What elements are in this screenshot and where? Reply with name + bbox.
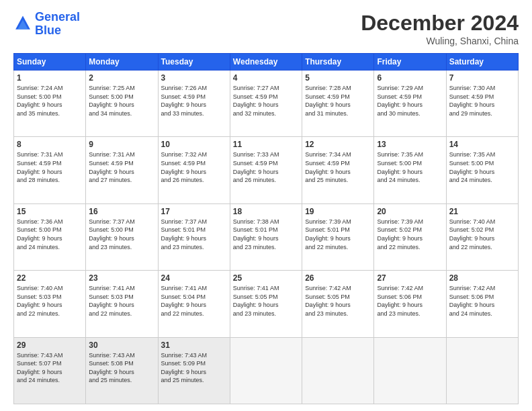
day-info: Sunrise: 7:39 AM Sunset: 5:01 PM Dayligh… — [305, 218, 371, 251]
calendar-cell: 1Sunrise: 7:24 AM Sunset: 5:00 PM Daylig… — [14, 71, 86, 137]
day-info: Sunrise: 7:24 AM Sunset: 5:00 PM Dayligh… — [17, 84, 83, 118]
logo-general: General — [35, 10, 80, 24]
day-number: 22 — [17, 273, 83, 283]
day-info: Sunrise: 7:27 AM Sunset: 4:59 PM Dayligh… — [233, 84, 299, 118]
weekday-header-row: SundayMondayTuesdayWednesdayThursdayFrid… — [14, 54, 519, 71]
week-row-4: 22Sunrise: 7:40 AM Sunset: 5:03 PM Dayli… — [14, 271, 519, 337]
calendar-cell: 18Sunrise: 7:38 AM Sunset: 5:01 PM Dayli… — [230, 203, 302, 270]
day-info: Sunrise: 7:28 AM Sunset: 4:59 PM Dayligh… — [305, 84, 371, 118]
week-row-5: 29Sunrise: 7:43 AM Sunset: 5:07 PM Dayli… — [14, 337, 519, 404]
day-number: 16 — [89, 207, 154, 216]
day-info: Sunrise: 7:35 AM Sunset: 5:00 PM Dayligh… — [377, 150, 443, 184]
day-number: 12 — [305, 140, 371, 149]
calendar-cell: 9Sunrise: 7:31 AM Sunset: 4:59 PM Daylig… — [86, 137, 158, 203]
calendar-cell: 6Sunrise: 7:29 AM Sunset: 4:59 PM Daylig… — [374, 71, 446, 137]
day-number: 10 — [161, 140, 227, 149]
calendar-cell — [230, 337, 302, 404]
day-info: Sunrise: 7:30 AM Sunset: 4:59 PM Dayligh… — [449, 84, 515, 118]
calendar-cell: 24Sunrise: 7:41 AM Sunset: 5:04 PM Dayli… — [158, 271, 230, 337]
day-info: Sunrise: 7:40 AM Sunset: 5:02 PM Dayligh… — [449, 218, 515, 251]
calendar-cell: 25Sunrise: 7:41 AM Sunset: 5:05 PM Dayli… — [230, 271, 302, 337]
calendar-cell: 17Sunrise: 7:37 AM Sunset: 5:01 PM Dayli… — [158, 203, 230, 270]
day-info: Sunrise: 7:43 AM Sunset: 5:07 PM Dayligh… — [17, 351, 83, 385]
day-number: 11 — [233, 140, 299, 149]
logo-icon — [13, 15, 32, 34]
day-number: 18 — [233, 207, 299, 216]
day-number: 21 — [449, 207, 515, 216]
day-number: 17 — [161, 207, 227, 216]
calendar-cell: 7Sunrise: 7:30 AM Sunset: 4:59 PM Daylig… — [446, 71, 518, 137]
calendar-cell: 13Sunrise: 7:35 AM Sunset: 5:00 PM Dayli… — [374, 137, 446, 203]
calendar-cell — [302, 337, 374, 404]
calendar-cell: 20Sunrise: 7:39 AM Sunset: 5:02 PM Dayli… — [374, 203, 446, 270]
calendar-cell: 4Sunrise: 7:27 AM Sunset: 4:59 PM Daylig… — [230, 71, 302, 137]
weekday-monday: Monday — [86, 54, 158, 71]
calendar-cell: 15Sunrise: 7:36 AM Sunset: 5:00 PM Dayli… — [14, 203, 86, 270]
day-info: Sunrise: 7:29 AM Sunset: 4:59 PM Dayligh… — [377, 84, 443, 118]
day-info: Sunrise: 7:31 AM Sunset: 4:59 PM Dayligh… — [17, 150, 83, 184]
weekday-tuesday: Tuesday — [158, 54, 230, 71]
calendar-cell — [374, 337, 446, 404]
calendar-cell: 26Sunrise: 7:42 AM Sunset: 5:05 PM Dayli… — [302, 271, 374, 337]
day-number: 14 — [449, 140, 515, 149]
calendar-cell: 27Sunrise: 7:42 AM Sunset: 5:06 PM Dayli… — [374, 271, 446, 337]
day-info: Sunrise: 7:40 AM Sunset: 5:03 PM Dayligh… — [17, 284, 83, 318]
weekday-saturday: Saturday — [446, 54, 518, 71]
day-info: Sunrise: 7:32 AM Sunset: 4:59 PM Dayligh… — [161, 150, 227, 184]
weekday-wednesday: Wednesday — [230, 54, 302, 71]
calendar-cell: 22Sunrise: 7:40 AM Sunset: 5:03 PM Dayli… — [14, 271, 86, 337]
day-number: 30 — [89, 340, 154, 350]
day-number: 23 — [89, 273, 154, 283]
weekday-thursday: Thursday — [302, 54, 374, 71]
calendar-cell: 19Sunrise: 7:39 AM Sunset: 5:01 PM Dayli… — [302, 203, 374, 270]
day-info: Sunrise: 7:42 AM Sunset: 5:06 PM Dayligh… — [377, 284, 443, 318]
day-info: Sunrise: 7:43 AM Sunset: 5:08 PM Dayligh… — [89, 351, 154, 385]
calendar-cell: 14Sunrise: 7:35 AM Sunset: 5:00 PM Dayli… — [446, 137, 518, 203]
day-number: 2 — [89, 73, 154, 83]
logo: General Blue — [13, 11, 80, 38]
day-number: 8 — [17, 140, 83, 149]
day-number: 28 — [449, 273, 515, 283]
day-number: 31 — [161, 340, 227, 350]
calendar-cell — [446, 337, 518, 404]
day-number: 13 — [377, 140, 443, 149]
day-info: Sunrise: 7:42 AM Sunset: 5:05 PM Dayligh… — [305, 284, 371, 318]
day-number: 27 — [377, 273, 443, 283]
day-info: Sunrise: 7:26 AM Sunset: 4:59 PM Dayligh… — [161, 84, 227, 118]
day-number: 4 — [233, 73, 299, 83]
day-info: Sunrise: 7:37 AM Sunset: 5:00 PM Dayligh… — [89, 218, 154, 251]
day-info: Sunrise: 7:37 AM Sunset: 5:01 PM Dayligh… — [161, 218, 227, 251]
day-info: Sunrise: 7:25 AM Sunset: 5:00 PM Dayligh… — [89, 84, 154, 118]
calendar-cell: 28Sunrise: 7:42 AM Sunset: 5:06 PM Dayli… — [446, 271, 518, 337]
day-number: 29 — [17, 340, 83, 350]
day-info: Sunrise: 7:31 AM Sunset: 4:59 PM Dayligh… — [89, 150, 154, 184]
calendar-cell: 10Sunrise: 7:32 AM Sunset: 4:59 PM Dayli… — [158, 137, 230, 203]
calendar-cell: 21Sunrise: 7:40 AM Sunset: 5:02 PM Dayli… — [446, 203, 518, 270]
day-info: Sunrise: 7:41 AM Sunset: 5:03 PM Dayligh… — [89, 284, 154, 318]
calendar-cell: 12Sunrise: 7:34 AM Sunset: 4:59 PM Dayli… — [302, 137, 374, 203]
week-row-2: 8Sunrise: 7:31 AM Sunset: 4:59 PM Daylig… — [14, 137, 519, 203]
day-number: 6 — [377, 73, 443, 83]
day-number: 5 — [305, 73, 371, 83]
day-number: 25 — [233, 273, 299, 283]
month-title: December 2024 — [361, 11, 519, 36]
calendar-cell: 2Sunrise: 7:25 AM Sunset: 5:00 PM Daylig… — [86, 71, 158, 137]
logo-text: General Blue — [35, 11, 80, 38]
day-number: 26 — [305, 273, 371, 283]
calendar-cell: 23Sunrise: 7:41 AM Sunset: 5:03 PM Dayli… — [86, 271, 158, 337]
calendar-cell: 31Sunrise: 7:43 AM Sunset: 5:09 PM Dayli… — [158, 337, 230, 404]
day-info: Sunrise: 7:36 AM Sunset: 5:00 PM Dayligh… — [17, 218, 83, 251]
day-info: Sunrise: 7:33 AM Sunset: 4:59 PM Dayligh… — [233, 150, 299, 184]
week-row-3: 15Sunrise: 7:36 AM Sunset: 5:00 PM Dayli… — [14, 203, 519, 270]
day-number: 1 — [17, 73, 83, 83]
day-info: Sunrise: 7:41 AM Sunset: 5:05 PM Dayligh… — [233, 284, 299, 318]
day-info: Sunrise: 7:41 AM Sunset: 5:04 PM Dayligh… — [161, 284, 227, 318]
location: Wuling, Shanxi, China — [361, 36, 519, 46]
day-info: Sunrise: 7:34 AM Sunset: 4:59 PM Dayligh… — [305, 150, 371, 184]
title-block: December 2024 Wuling, Shanxi, China — [361, 11, 519, 46]
weekday-friday: Friday — [374, 54, 446, 71]
day-number: 15 — [17, 207, 83, 216]
calendar-table: SundayMondayTuesdayWednesdayThursdayFrid… — [13, 53, 519, 404]
header: General Blue December 2024 Wuling, Shanx… — [13, 11, 519, 46]
day-number: 24 — [161, 273, 227, 283]
